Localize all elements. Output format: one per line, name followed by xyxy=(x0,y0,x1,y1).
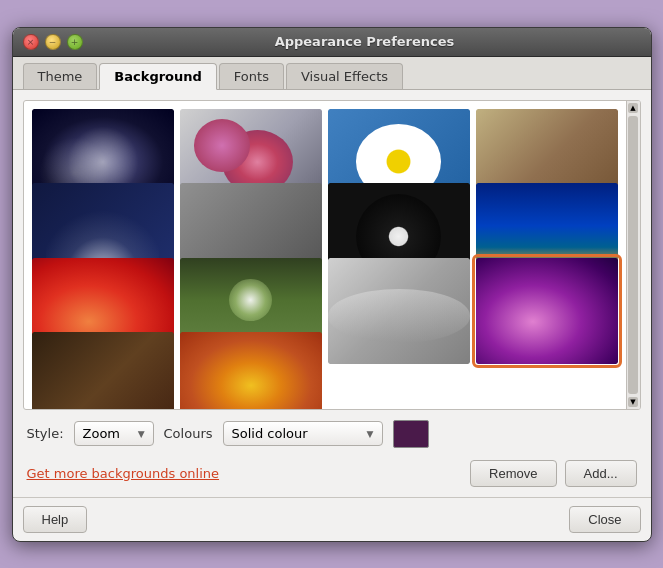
bottom-controls: Get more backgrounds online Remove Add..… xyxy=(23,460,641,487)
app-window: × − + Appearance Preferences Theme Backg… xyxy=(12,27,652,542)
wallpaper-grid xyxy=(24,101,626,409)
add-button[interactable]: Add... xyxy=(565,460,637,487)
get-backgrounds-link[interactable]: Get more backgrounds online xyxy=(27,466,220,481)
scroll-thumb[interactable] xyxy=(628,116,638,394)
style-dropdown[interactable]: Zoom ▼ xyxy=(74,421,154,446)
help-button[interactable]: Help xyxy=(23,506,88,533)
wallpaper-gallery: ▲ ▼ xyxy=(23,100,641,410)
colours-label: Colours xyxy=(164,426,213,441)
style-value: Zoom xyxy=(83,426,120,441)
colours-dropdown-arrow: ▼ xyxy=(367,429,374,439)
colour-swatch[interactable] xyxy=(393,420,429,448)
close-window-button[interactable]: × xyxy=(23,34,39,50)
tab-bar: Theme Background Fonts Visual Effects xyxy=(13,57,651,90)
content-area: ▲ ▼ Style: Zoom ▼ Colours Solid colour ▼… xyxy=(13,90,651,497)
wallpaper-item-selected[interactable] xyxy=(476,258,618,365)
window-title: Appearance Preferences xyxy=(89,34,641,49)
tab-background[interactable]: Background xyxy=(99,63,217,90)
style-dropdown-arrow: ▼ xyxy=(138,429,145,439)
maximize-button[interactable]: + xyxy=(67,34,83,50)
tab-visual-effects[interactable]: Visual Effects xyxy=(286,63,403,89)
wallpaper-item[interactable] xyxy=(32,332,174,409)
close-button[interactable]: Close xyxy=(569,506,640,533)
footer: Help Close xyxy=(13,497,651,541)
colours-value: Solid colour xyxy=(232,426,308,441)
wallpaper-item[interactable] xyxy=(180,332,322,409)
minimize-button[interactable]: − xyxy=(45,34,61,50)
style-label: Style: xyxy=(27,426,64,441)
remove-button[interactable]: Remove xyxy=(470,460,556,487)
action-buttons: Remove Add... xyxy=(470,460,636,487)
tab-theme[interactable]: Theme xyxy=(23,63,98,89)
titlebar: × − + Appearance Preferences xyxy=(13,28,651,57)
style-controls: Style: Zoom ▼ Colours Solid colour ▼ xyxy=(23,420,641,448)
tab-fonts[interactable]: Fonts xyxy=(219,63,284,89)
colours-dropdown[interactable]: Solid colour ▼ xyxy=(223,421,383,446)
scroll-down-button[interactable]: ▼ xyxy=(628,397,638,407)
scroll-up-button[interactable]: ▲ xyxy=(628,103,638,113)
scrollbar[interactable]: ▲ ▼ xyxy=(626,101,640,409)
wallpaper-item[interactable] xyxy=(328,258,470,365)
